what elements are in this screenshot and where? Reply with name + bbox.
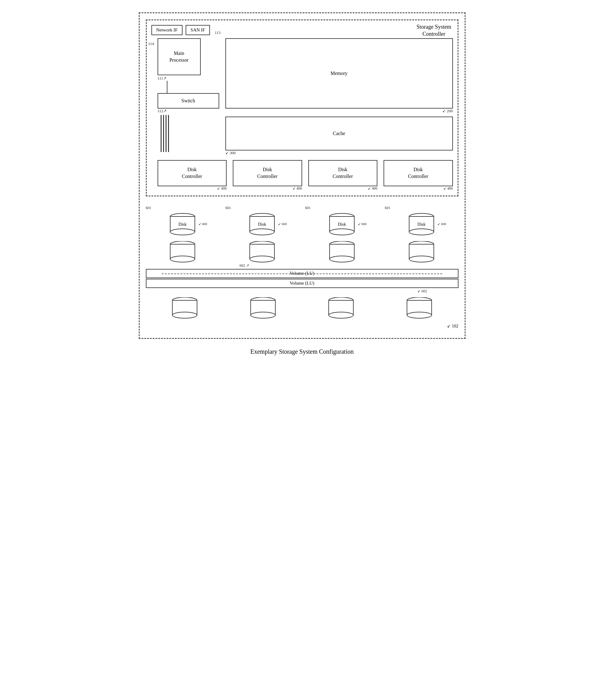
disk-cylinder-0: Disk bbox=[169, 213, 196, 238]
top-disk-groups: 601 Disk ↙ 600 bbox=[146, 206, 458, 264]
disk-group-ref-1: 601 bbox=[225, 206, 231, 210]
figure-caption: Exemplary Storage System Configuration bbox=[139, 348, 465, 355]
volume-bar-0: Volume (LU) bbox=[146, 269, 458, 278]
disk-controllers-row: DiskController ↙ 400 DiskController ↙ 40… bbox=[157, 160, 453, 191]
switch-ref: 112↗ bbox=[157, 108, 219, 114]
controller-box: Storage System Controller 110 Network IF… bbox=[146, 20, 458, 196]
switch-box: Switch bbox=[157, 93, 219, 108]
memory-label: Memory bbox=[330, 70, 348, 77]
disk-section: 601 Disk ↙ 600 bbox=[146, 203, 458, 332]
disk-group-0: 601 Disk ↙ 600 bbox=[146, 206, 220, 264]
volume-label-1: Volume (LU) bbox=[290, 281, 314, 286]
svg-point-9 bbox=[250, 229, 274, 235]
disk-controller-2: DiskController bbox=[308, 160, 378, 186]
main-processor-ref: 111↗ bbox=[157, 76, 219, 81]
disk-group-1: 601 Disk ↙ 600 bbox=[225, 206, 299, 264]
svg-text:Disk: Disk bbox=[258, 222, 266, 227]
cache-ref: ↙ 300 bbox=[225, 150, 453, 155]
cache-label: Cache bbox=[333, 130, 345, 137]
disk-group-ref-0: 601 bbox=[146, 206, 151, 210]
disk-group-ref-3: 601 bbox=[385, 206, 390, 210]
disk-controller-1: DiskController bbox=[233, 160, 302, 186]
outer-ref: ↙ 102 bbox=[146, 324, 458, 329]
disk-cylinder-2: Disk bbox=[328, 213, 356, 238]
disk-cylinder-3b bbox=[408, 241, 435, 264]
disk-controller-3: DiskController bbox=[383, 160, 453, 186]
svg-text:Disk: Disk bbox=[178, 222, 186, 227]
outer-storage-system-border: Storage System Controller 110 Network IF… bbox=[139, 12, 465, 339]
svg-point-30 bbox=[172, 312, 197, 318]
volume-ref-1: ↙ 602 bbox=[418, 289, 427, 294]
main-processor-label: MainProcessor bbox=[169, 50, 188, 64]
svg-point-13 bbox=[250, 256, 274, 262]
svg-point-33 bbox=[251, 312, 275, 318]
san-if-box: SAN IF bbox=[185, 25, 210, 35]
cache-box: Cache bbox=[225, 117, 453, 150]
network-if-label: Network IF bbox=[156, 27, 178, 32]
interfaces-row: Network IF SAN IF 113 bbox=[151, 25, 453, 35]
disk-cylinder-3: Disk bbox=[408, 213, 435, 238]
disk-controller-0: DiskController bbox=[157, 160, 227, 186]
bottom-disks-row bbox=[146, 297, 458, 320]
svg-point-16 bbox=[330, 229, 354, 235]
svg-text:Disk: Disk bbox=[338, 222, 346, 227]
disk-controller-ref-2: ↙ 400 bbox=[368, 186, 377, 191]
svg-text:Disk: Disk bbox=[418, 222, 426, 227]
disk-controller-ref-1: ↙ 400 bbox=[293, 186, 302, 191]
bottom-disk-2 bbox=[327, 297, 355, 320]
disk-group-2: 601 Disk ↙ 600 bbox=[305, 206, 379, 264]
disk-controller-ref-0: ↙ 400 bbox=[217, 186, 227, 191]
disk-cylinder-2b bbox=[328, 241, 356, 264]
svg-point-23 bbox=[409, 229, 434, 235]
memory-ref: ↙ 200 bbox=[225, 108, 453, 114]
disk-cylinder-1: Disk bbox=[248, 213, 276, 238]
disk-cylinder-0b bbox=[169, 241, 196, 264]
san-if-ref: 113 bbox=[215, 30, 221, 35]
volumes-section: Volume (LU) Volume (LU) 602 ↗ ↙ 602 bbox=[146, 269, 458, 288]
main-processor-box: MainProcessor bbox=[157, 38, 201, 75]
page-wrapper: Storage System Controller 110 Network IF… bbox=[132, 6, 472, 368]
disk-cylinder-1b bbox=[248, 241, 276, 264]
svg-point-6 bbox=[170, 256, 195, 262]
svg-point-2 bbox=[170, 229, 195, 235]
svg-point-36 bbox=[329, 312, 353, 318]
volume-ref-0: 602 ↗ bbox=[240, 264, 249, 268]
switch-label: Switch bbox=[181, 97, 195, 104]
svg-point-27 bbox=[409, 256, 434, 262]
network-line-ref: 114 bbox=[148, 41, 154, 46]
svg-point-20 bbox=[330, 256, 354, 262]
svg-point-39 bbox=[407, 312, 432, 318]
network-if-box: Network IF bbox=[151, 25, 183, 35]
bottom-disk-0 bbox=[171, 297, 199, 320]
bottom-disk-3 bbox=[405, 297, 433, 320]
disk-group-ref-2: 601 bbox=[305, 206, 311, 210]
memory-box: Memory bbox=[225, 38, 453, 108]
bottom-disk-1 bbox=[249, 297, 277, 320]
disk-group-3: 601 Disk ↙ 600 bbox=[385, 206, 458, 264]
san-if-label: SAN IF bbox=[191, 27, 205, 32]
disk-controller-ref-3: ↙ 400 bbox=[443, 186, 453, 191]
volume-bar-1: Volume (LU) bbox=[146, 279, 458, 288]
